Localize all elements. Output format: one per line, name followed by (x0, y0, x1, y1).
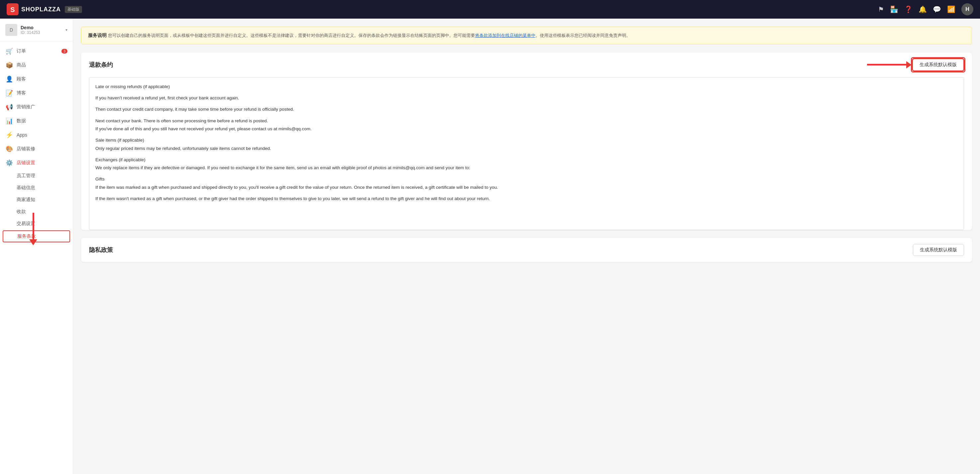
svg-text:S: S (10, 6, 14, 13)
info-bar-link[interactable]: 将条款添加到在线店铺的菜单中 (475, 33, 536, 38)
sidebar-item-store-decor[interactable]: 🎨 店铺装修 (0, 142, 73, 156)
content-line: Next contact your bank. There is often s… (95, 117, 958, 133)
info-bar-text: 您可以创建自己的服务说明页面，或从模板中创建这些页面并进行自定义。这些模板不是法… (108, 33, 630, 38)
content-line: If you haven't received a refund yet, fi… (95, 94, 958, 102)
privacy-policy-title: 隐私政策 (89, 246, 113, 254)
refund-policy-section: 退款条约 生成系统默认模版 Late or missing refunds ( (81, 53, 972, 230)
sidebar-item-label: 店铺装修 (17, 146, 35, 152)
sidebar-item-label: 商品 (17, 62, 26, 68)
top-navbar: S SHOPLAZZA 基础版 ⚑ 🏪 ❓ 🔔 💬 📶 H (0, 0, 980, 19)
sidebar-item-label: 数据 (17, 118, 26, 124)
generate-privacy-btn[interactable]: 生成系统默认模版 (913, 244, 964, 256)
info-bar: 服务说明 您可以创建自己的服务说明页面，或从模板中创建这些页面并进行自定义。这些… (81, 27, 972, 45)
refund-policy-title: 退款条约 (89, 61, 113, 69)
sidebar-item-apps[interactable]: ⚡ Apps (0, 128, 73, 142)
store-icon[interactable]: 🏪 (890, 5, 898, 13)
sidebar-item-label: 店铺设置 (17, 160, 35, 166)
sidebar-item-marketing[interactable]: 📢 营销推广 (0, 100, 73, 114)
content-line: GiftsIf the item was marked as a gift wh… (95, 175, 958, 192)
sidebar-sub-basic-info[interactable]: 基础信息 (0, 182, 73, 194)
content-line: Late or missing refunds (if applicable) (95, 83, 958, 91)
logo[interactable]: S SHOPLAZZA (6, 3, 61, 15)
sidebar-item-label: 博客 (17, 90, 26, 96)
content-line: If the item wasn't marked as a gift when… (95, 195, 958, 203)
orders-badge: 3 (62, 49, 67, 54)
bell-icon[interactable]: 🔔 (918, 5, 927, 13)
sidebar-item-label: Apps (17, 132, 27, 137)
plan-badge: 基础版 (65, 6, 82, 13)
message-icon[interactable]: 💬 (933, 5, 941, 13)
flag-icon[interactable]: ⚑ (878, 5, 884, 13)
sidebar-item-label: 顾客 (17, 76, 26, 82)
generate-default-template-btn[interactable]: 生成系统默认模版 (912, 59, 964, 71)
apps-icon: ⚡ (5, 131, 13, 139)
refund-policy-content[interactable]: Late or missing refunds (if applicable) … (89, 77, 964, 230)
store-dropdown-icon[interactable]: ▾ (65, 27, 67, 32)
sidebar-item-customers[interactable]: 👤 顾客 (0, 72, 73, 86)
info-bar-title: 服务说明 (88, 33, 107, 38)
sidebar-sub-service-terms[interactable]: 服务条款 (3, 230, 70, 242)
sidebar-item-products[interactable]: 📦 商品 (0, 58, 73, 72)
avatar[interactable]: H (961, 3, 974, 15)
sidebar-item-blog[interactable]: 📝 博客 (0, 86, 73, 100)
sidebar-sub-payment[interactable]: 收款 (0, 206, 73, 218)
store-avatar: D (5, 24, 17, 36)
orders-icon: 🛒 (5, 48, 13, 55)
products-icon: 📦 (5, 62, 13, 69)
privacy-policy-section: 隐私政策 生成系统默认模版 (81, 238, 972, 262)
main-content: 服务说明 您可以创建自己的服务说明页面，或从模板中创建这些页面并进行自定义。这些… (73, 19, 980, 474)
sidebar-item-label: 订单 (17, 48, 26, 54)
generate-btn-wrapper: 生成系统默认模版 (912, 59, 964, 71)
sidebar-sub-merchant-notify[interactable]: 商家通知 (0, 194, 73, 206)
sidebar-item-data[interactable]: 📊 数据 (0, 114, 73, 128)
blog-icon: 📝 (5, 89, 13, 97)
sidebar-sub-staff[interactable]: 员工管理 (0, 170, 73, 182)
store-decor-icon: 🎨 (5, 145, 13, 153)
store-info[interactable]: D Demo ID: 314253 ▾ (0, 19, 73, 41)
sidebar-item-store-settings[interactable]: ⚙️ 店铺设置 (0, 156, 73, 170)
sidebar-item-label: 营销推广 (17, 104, 35, 110)
store-settings-icon: ⚙️ (5, 159, 13, 166)
sidebar-item-orders[interactable]: 🛒 订单 3 (0, 44, 73, 58)
content-line: Exchanges (if applicable)We only replace… (95, 156, 958, 172)
content-line: Then contact your credit card company, i… (95, 105, 958, 113)
sidebar-sub-transaction[interactable]: 交易设置 (0, 218, 73, 230)
customers-icon: 👤 (5, 75, 13, 83)
wifi-icon: 📶 (947, 5, 955, 13)
data-icon: 📊 (5, 117, 13, 124)
store-name: Demo (21, 25, 62, 30)
help-icon[interactable]: ❓ (904, 5, 913, 13)
store-id: ID: 314253 (21, 30, 62, 35)
logo-text: SHOPLAZZA (21, 6, 61, 13)
content-line: Sale items (if applicable)Only regular p… (95, 136, 958, 153)
marketing-icon: 📢 (5, 104, 13, 111)
sidebar: D Demo ID: 314253 ▾ 🛒 订单 3 📦 商品 👤 顾客 (0, 19, 73, 474)
